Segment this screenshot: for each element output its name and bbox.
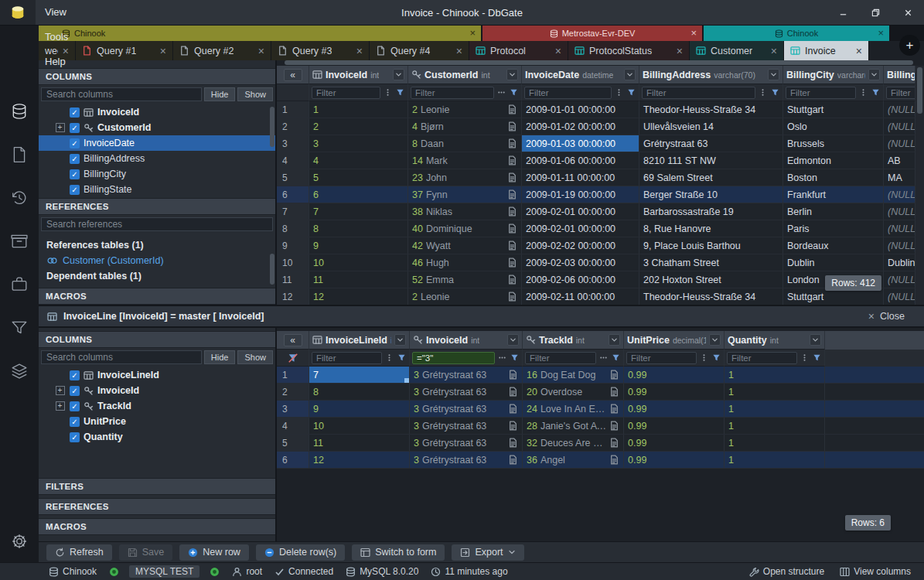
show-columns-button[interactable]: Show [237,87,273,101]
cell-billingstate[interactable]: (NULL) [884,220,915,237]
cell-invoiceid[interactable]: 6 [309,186,408,203]
archive-nav-icon[interactable] [11,233,28,250]
briefcase-nav-icon[interactable] [11,276,28,293]
column-dropdown-button[interactable] [506,69,518,80]
cell-billingstate[interactable]: AB [884,152,915,169]
cell-unitprice[interactable]: 0.99 [624,452,725,468]
filter-input-trackid[interactable]: Filter [525,352,596,364]
connection-tab-2-chinook[interactable]: Chinook× [704,26,889,41]
cell-billingcity[interactable]: Berlin [783,203,884,220]
dbgate-logo-icon[interactable] [0,0,36,25]
open-reference-document-icon[interactable] [508,387,518,397]
column-header-invoiceid[interactable]: InvoiceIdint [410,331,523,350]
cell-invoiceid[interactable]: 4 [309,152,408,169]
open-reference-document-icon[interactable] [508,421,518,431]
column-item-invoiceid[interactable]: ✓InvoiceId [39,104,275,120]
open-reference-document-icon[interactable] [507,121,517,131]
cell-invoicedate[interactable]: 2009-02-01 00:00:00 [522,220,639,237]
open-reference-document-icon[interactable] [507,258,517,268]
filter-funnel-icon[interactable] [870,87,881,98]
refresh-button[interactable]: Refresh [46,544,112,561]
open-reference-document-icon[interactable] [609,421,619,431]
filter-dialog-button[interactable] [598,353,609,363]
filter-funnel-icon[interactable] [508,87,519,98]
cell-billingstate[interactable]: (NULL) [884,237,915,254]
filter-menu-button[interactable] [799,353,810,363]
column-dropdown-button[interactable] [609,334,620,346]
cell-invoicedate[interactable]: 2009-02-06 00:00:00 [522,271,639,288]
cell-billingcity[interactable]: Stuttgart [783,288,884,305]
open-reference-document-icon[interactable] [609,387,619,397]
cell-invoiceid[interactable]: 3Grétrystraat 63 [410,367,523,383]
cell-billingaddress[interactable]: Theodor-Heuss-Straße 34 [639,101,783,118]
cell-billingstate[interactable]: (NULL) [884,288,915,305]
cell-customerid[interactable]: 37Fynn [408,186,522,203]
checkbox-checked-icon[interactable]: ✓ [70,123,80,133]
cell-invoicedate[interactable]: 2009-02-01 00:00:00 [522,203,639,220]
search-columns-input[interactable] [41,350,202,364]
open-reference-document-icon[interactable] [609,404,619,414]
horizontal-scrollbar[interactable] [285,60,913,65]
cell-invoicelineid[interactable]: 7 [309,367,410,383]
cell-billingaddress[interactable]: Berger Straße 10 [639,186,783,203]
tab-customer[interactable]: Customer× [690,41,784,60]
cell-billingcity[interactable]: Oslo [783,118,884,135]
expand-plus-icon[interactable]: + [56,123,65,132]
cell-billingstate[interactable]: (NULL) [884,101,915,118]
column-item-customerid[interactable]: +✓CustomerId [39,120,275,135]
connection-tab-0-chinook[interactable]: Chinook× [39,26,481,41]
column-header-billingaddress[interactable]: BillingAddressvarchar(70) [639,66,783,84]
vertical-scrollbar[interactable] [915,66,924,305]
cell-invoiceid[interactable]: 3Grétrystraat 63 [410,384,523,400]
fill-handle[interactable] [404,378,409,383]
delete-row-s--button[interactable]: Delete row(s) [256,544,345,561]
database-nav-icon[interactable] [11,103,28,120]
menu-tools[interactable]: Tools [36,25,90,49]
filter-funnel-icon[interactable] [394,87,405,98]
filter-dialog-button[interactable] [496,87,506,98]
scrollbar-thumb[interactable] [270,107,274,147]
section-header-filters[interactable]: FILTERS [39,478,275,495]
filter-menu-button[interactable] [757,87,768,98]
cell-billingaddress[interactable]: 9, Place Louis Barthou [639,237,783,254]
cell-billingaddress[interactable]: Ullevålsveien 14 [639,118,783,135]
menu-view[interactable]: View [36,0,90,25]
tab-query-4[interactable]: Query #4× [370,41,469,60]
cell-billingaddress[interactable]: 3 Chatham Street [639,254,783,271]
cell-invoicelineid[interactable]: 9 [309,401,410,417]
cell-invoiceid[interactable]: 10 [309,254,408,271]
cell-invoiceid[interactable]: 11 [309,271,408,288]
filter-input-unitprice[interactable]: Filter [626,352,697,364]
cell-invoiceid[interactable]: 12 [309,288,408,305]
expand-plus-icon[interactable]: + [56,401,65,411]
cell-billingcity[interactable]: Frankfurt [783,186,884,203]
cell-billingaddress[interactable]: 202 Hoxton Street [639,271,783,288]
collapse-left-panel-button[interactable]: « [284,334,302,346]
open-reference-document-icon[interactable] [507,223,517,234]
cell-customerid[interactable]: 2Leonie [408,101,522,118]
cell-billingcity[interactable]: Stuttgart [783,101,884,118]
chinook-status-item[interactable]: Chinook [43,563,102,580]
cell-customerid[interactable]: 38Niklas [408,203,522,220]
cell-invoiceid[interactable]: 3Grétrystraat 63 [410,401,523,417]
cell-quantity[interactable]: 1 [725,401,825,417]
reference-table-link[interactable]: Customer (CustomerId) [39,254,275,268]
column-dropdown-button[interactable] [709,334,721,346]
cell-invoicedate[interactable]: 2009-01-06 00:00:00 [522,152,639,169]
cell-invoiceid[interactable]: 3 [309,135,408,152]
column-dropdown-button[interactable] [507,334,519,346]
view-columns-status-item[interactable]: View columns [834,566,916,577]
column-header-invoicelineid[interactable]: InvoiceLineIdint [309,331,410,350]
tab-invoice[interactable]: Invoice× [784,41,869,60]
cell-invoicedate[interactable]: 2009-02-03 00:00:00 [522,254,639,271]
column-header-invoiceid[interactable]: InvoiceIdint [309,66,408,84]
section-header-macros[interactable]: MACROS [39,288,275,305]
column-header-invoicedate[interactable]: InvoiceDatedatetime [522,66,639,84]
column-item-billingstate[interactable]: ✓BillingState [39,182,275,197]
filter-funnel-icon[interactable] [711,353,721,363]
cell-customerid[interactable]: 2Leonie [408,288,522,305]
close-connection-icon[interactable]: × [690,26,697,41]
cell-invoiceid[interactable]: 2 [309,118,408,135]
close-tab-icon[interactable]: × [555,46,561,56]
close-detail-button[interactable]: × Close [868,310,915,322]
